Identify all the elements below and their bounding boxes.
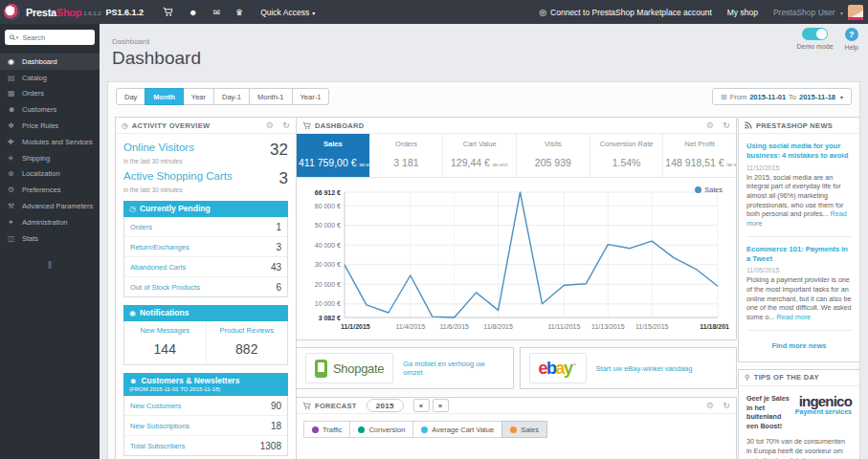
range-month-button[interactable]: Month [145,88,184,105]
total-subscribers-link[interactable]: Total Subscribers [130,442,186,450]
sidebar-item-shipping[interactable]: ✈Shipping [0,150,100,166]
sidebar-item-label: Modules and Services [22,138,93,146]
sidebar-item-modules[interactable]: ✚Modules and Services [0,134,100,150]
pending-orders-link[interactable]: Orders [130,223,152,231]
refresh-icon[interactable]: ↻ [282,120,290,130]
list-item: Return/Exchanges3 [124,236,287,256]
news-date: 11/05/2015 [746,267,852,273]
tab-traffic[interactable]: Traffic [303,421,350,438]
sidebar-item-preferences[interactable]: ⚙Preferences [0,182,100,198]
forecast-year[interactable]: 2015 [367,399,404,412]
user-menu[interactable]: PrestaShop User ▾ [773,8,843,17]
messages-icon[interactable]: ✉ [213,8,221,17]
sidebar-item-label: Stats [22,234,38,243]
pending-returns-link[interactable]: Return/Exchanges [130,243,189,251]
tab-conversion[interactable]: Conversion [349,421,413,438]
refresh-icon[interactable]: ↻ [723,120,730,130]
new-subscriptions-link[interactable]: New Subscriptions [130,422,189,430]
abandoned-carts-link[interactable]: Abandoned Carts [130,263,186,272]
shopgate-logo[interactable]: Shopgate [305,353,393,383]
online-visitors-link[interactable]: Online Visitors [123,142,194,153]
gear-icon[interactable]: ⚙ [266,120,274,130]
cart-icon [302,121,311,130]
help-icon[interactable]: ? [845,28,858,41]
kpi-sales[interactable]: Sales 411 759,00 € tax excl. [297,134,369,177]
news-headline[interactable]: Ecommerce 101: Payments in a Tweet [746,245,852,264]
customers-date-range: (FROM 2015-11-01 TO 2015-11-18) [129,386,282,392]
notifications-header: ◉Notifications [123,305,288,321]
sidebar-collapse-button[interactable]: ‖ [0,260,100,271]
rss-icon [745,121,752,129]
tab-average-cart-value[interactable]: Average Cart Value [412,421,502,438]
total-subscribers-value: 1308 [260,441,281,451]
date-range-picker[interactable]: ⊞ From2015-11-01 To2015-11-18 ▾ [712,88,852,105]
forecast-next-button[interactable]: » [433,399,449,412]
my-shop-link[interactable]: My shop [727,8,758,17]
demo-mode-toggle[interactable] [802,28,828,40]
customers-list: New Customers90 New Subscriptions18 Tota… [123,396,288,456]
sidebar-item-localization[interactable]: ⊕Localization [0,166,100,183]
news-headline[interactable]: Using social media for your business: 4 … [746,142,852,161]
kpi-orders[interactable]: Orders 3 181 [369,134,443,177]
kpi-cart-value[interactable]: Cart Value 129,44 € tax excl. [442,134,516,177]
gear-icon[interactable]: ⚙ [706,120,714,130]
top-bar: PrestaShop 1.6.1.2 PS1.6.1.2 ☻ ✉ ♛ Quick… [0,0,868,24]
user-avatar[interactable] [848,5,863,20]
sidebar-item-catalog[interactable]: ▤Catalog [0,70,100,86]
new-messages-cell[interactable]: New Messages 144 [124,321,207,364]
sidebar-item-price-rules[interactable]: ❖Price Rules [0,118,100,134]
svg-text:50 000 €: 50 000 € [315,222,341,229]
range-year-1-button[interactable]: Year-1 [292,88,330,105]
pending-returns-value: 3 [276,242,281,252]
cart-icon[interactable] [163,7,173,17]
new-messages-value: 144 [126,341,204,357]
list-item: Total Subscribers1308 [124,435,287,455]
forecast-tabs: Traffic Conversion Average Cart Value Sa… [297,414,736,447]
chevron-down-icon: ▾ [840,11,843,16]
ebay-link[interactable]: Start uw eBay-winkel vandaag [596,364,693,373]
marketplace-link[interactable]: ◎Connect to PrestaShop Marketplace accou… [539,8,712,17]
range-month-1-button[interactable]: Month-1 [249,88,293,105]
sidebar-item-dashboard[interactable]: ◉Dashboard [0,54,100,70]
sidebar-item-administration[interactable]: ✦Administration [0,214,100,230]
ebay-logo[interactable]: ebay™ [529,353,587,383]
refresh-icon[interactable]: ↻ [723,401,730,410]
customer-icon[interactable]: ☻ [189,8,197,17]
legend-label: Sales [704,186,723,194]
search-input[interactable] [22,33,90,42]
achievements-icon[interactable]: ♛ [235,8,243,17]
kpi-row: Sales 411 759,00 € tax excl. Orders 3 18… [297,134,736,178]
orders-icon: ▦ [8,89,22,98]
prestashop-logo[interactable] [4,4,20,20]
pending-orders-value: 1 [276,222,281,232]
product-reviews-cell[interactable]: Product Reviews 882 [207,321,288,364]
kpi-net-profit[interactable]: Net Profit 148 918,51 € tax excl. [662,134,736,177]
sidebar-item-advanced-parameters[interactable]: ⚒Advanced Parameters [0,198,100,214]
customers-newsletters-header: ☻Customers & Newsletters (FROM 2015-11-0… [123,373,288,396]
currently-pending-header: ◷Currently Pending [123,201,288,217]
forecast-prev-button[interactable]: « [413,399,430,412]
tab-sales[interactable]: Sales [501,421,547,438]
find-more-news-link[interactable]: Find more news [746,339,852,360]
range-day-button[interactable]: Day [116,88,145,105]
sidebar-item-label: Advanced Parameters [22,202,93,210]
range-year-button[interactable]: Year [183,88,214,105]
read-more-link[interactable]: Read more [777,313,812,321]
cart-icon [302,402,311,410]
sidebar-item-customers[interactable]: ☻Customers [0,101,100,118]
new-customers-link[interactable]: New Customers [130,402,181,410]
sidebar-item-stats[interactable]: ◫Stats [0,230,100,247]
active-carts-link[interactable]: Active Shopping Carts [123,170,233,182]
dashboard-content: Day Month Year Day-1 Month-1 Year-1 ⊞ Fr… [107,81,860,459]
kpi-visits[interactable]: Visits 205 939 [516,134,590,177]
quick-access-menu[interactable]: Quick Access▾ [260,8,315,17]
sidebar-item-orders[interactable]: ▦Orders [0,86,100,102]
gear-icon[interactable]: ⚙ [706,401,714,410]
shopgate-link[interactable]: Ga mobiel en verhoog uw omzet [403,360,503,377]
out-of-stock-link[interactable]: Out of Stock Products [130,283,200,292]
sidebar-search[interactable]: ⚲ ▾ [5,30,95,45]
kpi-conversion-rate[interactable]: Conversion Rate 1.54% [590,134,663,177]
ingenico-logo[interactable]: ingenico Payment services [795,394,852,416]
advanced-parameters-icon: ⚒ [8,202,22,210]
range-day-1-button[interactable]: Day-1 [213,88,250,105]
